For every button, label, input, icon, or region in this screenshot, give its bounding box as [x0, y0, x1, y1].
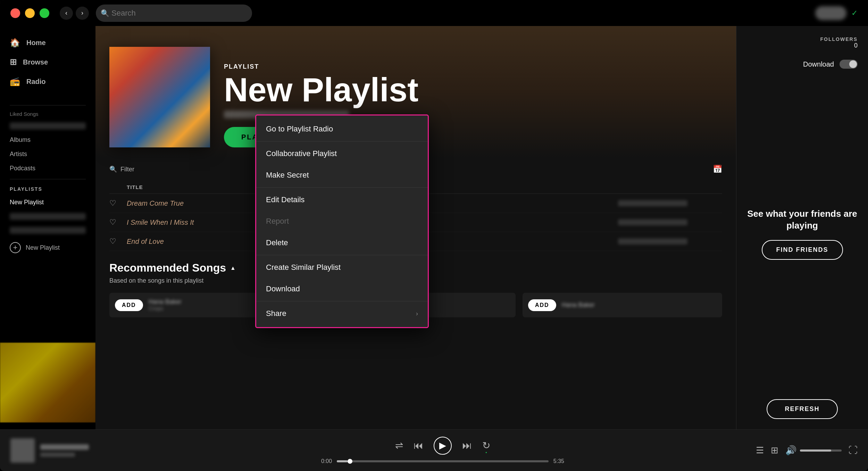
titlebar: ‹ › 🔍 ✓: [0, 0, 868, 26]
progress-dot: [348, 459, 352, 464]
followers-count: 0: [747, 42, 858, 49]
volume-fill: [800, 449, 831, 452]
now-playing-title: [40, 444, 89, 450]
menu-item-create-similar[interactable]: Create Similar Playlist: [256, 257, 428, 278]
progress-bar: 0:00 5:35: [321, 458, 564, 464]
volume-bar: 🔊: [785, 445, 842, 456]
sidebar-item-home[interactable]: 🏠 Home: [0, 33, 95, 52]
calendar-icon: 📅: [713, 165, 722, 174]
volume-icon[interactable]: 🔊: [785, 445, 796, 456]
add-playlist-button[interactable]: + New Playlist: [0, 237, 95, 258]
sidebar-blur-1: [10, 122, 86, 129]
refresh-btn-area: REFRESH: [747, 399, 858, 419]
now-playing: [10, 438, 149, 463]
sidebar-album-art: [0, 343, 95, 422]
lyrics-button[interactable]: ☰: [756, 445, 764, 456]
like-icon-1[interactable]: ♡: [109, 199, 127, 208]
playlist-type-label: PLAYLIST: [224, 63, 722, 70]
browse-icon: ⊞: [10, 57, 17, 67]
queue-button[interactable]: ⊞: [771, 445, 778, 456]
checkmark-icon: ✓: [851, 9, 858, 18]
menu-label-report: Report: [266, 217, 289, 226]
search-input[interactable]: [96, 5, 252, 22]
add-song-button-1[interactable]: ADD: [115, 299, 143, 311]
now-playing-artist: [40, 453, 75, 457]
menu-label-delete: Delete: [266, 238, 288, 247]
add-song-button-3[interactable]: ADD: [528, 299, 556, 311]
find-friends-button[interactable]: FIND FRIENDS: [762, 240, 843, 260]
radio-icon: 📻: [10, 77, 20, 86]
search-icon: 🔍: [101, 9, 109, 17]
play-icon: ▶: [439, 440, 446, 451]
nav-arrows: ‹ ›: [60, 7, 89, 20]
fullscreen-button[interactable]: ⛶: [849, 445, 858, 456]
minimize-button[interactable]: [25, 8, 35, 18]
close-button[interactable]: [10, 8, 20, 18]
right-panel: FOLLOWERS 0 Download See what your frien…: [736, 26, 868, 429]
menu-item-share[interactable]: Share ›: [256, 303, 428, 324]
menu-item-collaborative[interactable]: Collaborative Playlist: [256, 143, 428, 164]
user-avatar: [815, 6, 846, 20]
sidebar-item-radio[interactable]: 📻 Radio: [0, 72, 95, 91]
menu-item-download[interactable]: Download: [256, 278, 428, 300]
menu-item-delete[interactable]: Delete: [256, 232, 428, 254]
like-icon-2[interactable]: ♡: [109, 218, 127, 227]
recommended-title: Recommended Songs: [109, 262, 226, 274]
menu-item-edit-details[interactable]: Edit Details: [256, 189, 428, 211]
sidebar-item-artists[interactable]: Artists: [0, 147, 95, 161]
playlist-title: New Playlist: [224, 73, 722, 106]
play-pause-button[interactable]: ▶: [434, 437, 452, 455]
share-submenu-icon: ›: [416, 310, 418, 317]
menu-item-make-secret[interactable]: Make Secret: [256, 164, 428, 186]
menu-item-go-to-radio[interactable]: Go to Playlist Radio: [256, 118, 428, 140]
menu-label-create-similar: Create Similar Playlist: [266, 263, 341, 272]
maximize-button[interactable]: [40, 8, 49, 18]
like-icon-3[interactable]: ♡: [109, 237, 127, 246]
download-toggle[interactable]: [840, 60, 858, 69]
toggle-thumb: [849, 60, 857, 68]
forward-button[interactable]: ›: [76, 7, 89, 20]
back-button[interactable]: ‹: [60, 7, 73, 20]
sidebar-item-albums[interactable]: Albums: [0, 133, 95, 147]
menu-item-report: Report: [256, 211, 428, 232]
traffic-lights: [10, 8, 49, 18]
friends-title: See what your friends are playing: [747, 208, 858, 232]
sidebar-divider-1: [10, 105, 86, 105]
sidebar: 🏠 Home ⊞ Browse 📻 Radio Liked Songs Albu…: [0, 26, 95, 429]
home-icon: 🏠: [10, 38, 20, 48]
sidebar-playlist-new[interactable]: New Playlist: [0, 195, 95, 209]
filter-icon: 🔍: [109, 165, 117, 173]
col-heart: [109, 184, 127, 190]
friends-section: See what your friends are playing FIND F…: [747, 79, 858, 389]
search-wrapper: 🔍: [96, 5, 252, 22]
time-total: 5:35: [553, 458, 564, 464]
sidebar-item-podcasts[interactable]: Podcasts: [0, 161, 95, 175]
download-row: Download: [747, 60, 858, 69]
sidebar-divider-2: [10, 179, 86, 179]
sidebar-liked-songs[interactable]: Liked Songs: [0, 109, 95, 119]
col-duration: [687, 184, 722, 190]
next-button[interactable]: ⏭: [462, 440, 472, 451]
previous-button[interactable]: ⏮: [414, 440, 423, 451]
sidebar-radio-label: Radio: [26, 78, 46, 86]
menu-divider-1: [256, 141, 428, 142]
sidebar-playlists-label: PLAYLISTS: [0, 183, 95, 195]
plus-icon: +: [10, 242, 21, 253]
menu-divider-3: [256, 255, 428, 255]
volume-track[interactable]: [800, 449, 842, 452]
followers-label: FOLLOWERS: [747, 36, 858, 42]
menu-divider-4: [256, 301, 428, 301]
sidebar-blur-2: [10, 213, 86, 220]
track-meta-2: [618, 219, 687, 225]
sidebar-browse-label: Browse: [23, 58, 48, 66]
refresh-button[interactable]: REFRESH: [767, 399, 837, 419]
app-window: ‹ › 🔍 ✓ 🏠 Home ⊞ Browse: [0, 0, 868, 471]
now-playing-text: [40, 444, 149, 457]
sidebar-item-browse[interactable]: ⊞ Browse: [0, 52, 95, 72]
menu-label-make-secret: Make Secret: [266, 171, 309, 180]
user-area: ✓: [815, 6, 858, 20]
shuffle-button[interactable]: ⇌: [395, 440, 403, 451]
progress-track[interactable]: [337, 460, 549, 462]
repeat-button[interactable]: ↻: [482, 440, 490, 451]
playlist-album-cover: [109, 47, 210, 147]
